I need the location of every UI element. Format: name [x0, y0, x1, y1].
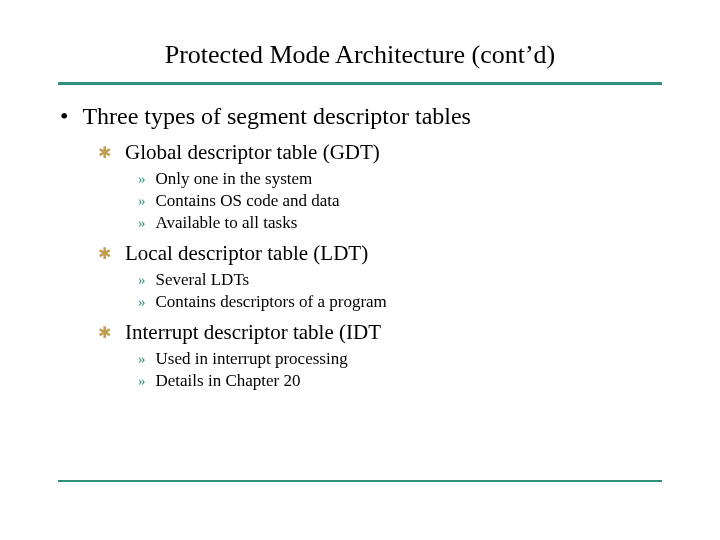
bullet-dot-icon: • — [60, 104, 82, 128]
bullet-arrow-icon: » — [138, 294, 156, 311]
list-item: » Only one in the system — [138, 169, 660, 189]
list-item: • Three types of segment descriptor tabl… — [60, 103, 660, 130]
level3-text: Several LDTs — [156, 270, 250, 290]
level2-text: Interrupt descriptor table (IDT — [125, 320, 381, 345]
level3-text: Used in interrupt processing — [156, 349, 348, 369]
list-item: » Contains descriptors of a program — [138, 292, 660, 312]
bullet-arrow-icon: » — [138, 215, 156, 232]
list-item: » Contains OS code and data — [138, 191, 660, 211]
level3-text: Only one in the system — [156, 169, 313, 189]
bullet-arrow-icon: » — [138, 351, 156, 368]
list-item: ✱ Global descriptor table (GDT) — [98, 140, 660, 165]
bullet-star-icon: ✱ — [98, 244, 125, 263]
bullet-arrow-icon: » — [138, 193, 156, 210]
list-item: » Several LDTs — [138, 270, 660, 290]
slide-content: • Three types of segment descriptor tabl… — [0, 85, 720, 391]
bullet-star-icon: ✱ — [98, 143, 125, 162]
level1-text: Three types of segment descriptor tables — [82, 103, 471, 130]
list-item: » Details in Chapter 20 — [138, 371, 660, 391]
bullet-arrow-icon: » — [138, 272, 156, 289]
list-item: ✱ Interrupt descriptor table (IDT — [98, 320, 660, 345]
footer-rule — [58, 480, 662, 482]
list-item: » Available to all tasks — [138, 213, 660, 233]
bullet-arrow-icon: » — [138, 373, 156, 390]
level2-text: Local descriptor table (LDT) — [125, 241, 368, 266]
level3-text: Available to all tasks — [156, 213, 298, 233]
level3-text: Contains OS code and data — [156, 191, 340, 211]
list-item: » Used in interrupt processing — [138, 349, 660, 369]
slide-title: Protected Mode Architecture (cont’d) — [0, 0, 720, 82]
list-item: ✱ Local descriptor table (LDT) — [98, 241, 660, 266]
bullet-star-icon: ✱ — [98, 323, 125, 342]
level2-text: Global descriptor table (GDT) — [125, 140, 380, 165]
bullet-arrow-icon: » — [138, 171, 156, 188]
level3-text: Contains descriptors of a program — [156, 292, 387, 312]
level3-text: Details in Chapter 20 — [156, 371, 301, 391]
